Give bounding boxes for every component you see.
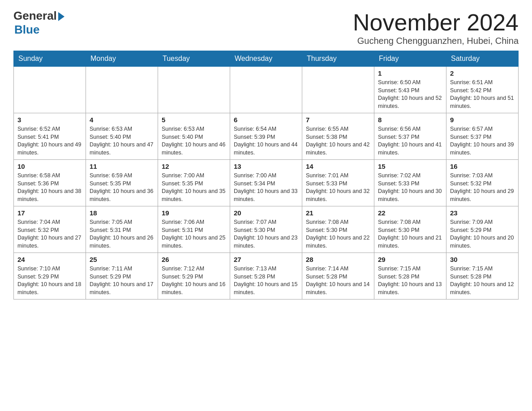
calendar-cell: [14, 67, 86, 113]
day-number: 17: [17, 209, 82, 217]
day-info: Sunrise: 7:10 AMSunset: 5:29 PMDaylight:…: [17, 265, 82, 296]
day-info: Sunrise: 7:04 AMSunset: 5:32 PMDaylight:…: [17, 218, 82, 250]
calendar-cell: 26Sunrise: 7:12 AMSunset: 5:29 PMDayligh…: [158, 253, 230, 300]
day-number: 30: [450, 256, 515, 263]
day-info: Sunrise: 7:08 AMSunset: 5:30 PMDaylight:…: [306, 218, 370, 250]
day-number: 25: [90, 256, 154, 263]
day-number: 28: [306, 256, 370, 263]
day-info: Sunrise: 7:15 AMSunset: 5:28 PMDaylight:…: [450, 265, 515, 296]
calendar-cell: [86, 67, 158, 113]
calendar-cell: 2Sunrise: 6:51 AMSunset: 5:42 PMDaylight…: [446, 67, 519, 113]
calendar-cell: 15Sunrise: 7:02 AMSunset: 5:33 PMDayligh…: [374, 160, 446, 206]
page-header: General Blue November 2024 Gucheng Cheng…: [13, 9, 519, 46]
day-info: Sunrise: 7:15 AMSunset: 5:28 PMDaylight:…: [378, 265, 442, 296]
day-info: Sunrise: 6:54 AMSunset: 5:39 PMDaylight:…: [234, 125, 298, 157]
week-row-5: 24Sunrise: 7:10 AMSunset: 5:29 PMDayligh…: [14, 253, 519, 300]
calendar-cell: 4Sunrise: 6:53 AMSunset: 5:40 PMDaylight…: [86, 113, 158, 160]
calendar-cell: 24Sunrise: 7:10 AMSunset: 5:29 PMDayligh…: [14, 253, 86, 300]
day-info: Sunrise: 7:08 AMSunset: 5:30 PMDaylight:…: [378, 218, 442, 250]
weekday-header-sunday: Sunday: [14, 51, 86, 67]
calendar-cell: 28Sunrise: 7:14 AMSunset: 5:28 PMDayligh…: [302, 253, 374, 300]
calendar-cell: 22Sunrise: 7:08 AMSunset: 5:30 PMDayligh…: [374, 206, 446, 253]
calendar-cell: 21Sunrise: 7:08 AMSunset: 5:30 PMDayligh…: [302, 206, 374, 253]
day-info: Sunrise: 7:11 AMSunset: 5:29 PMDaylight:…: [90, 265, 154, 296]
month-title: November 2024: [353, 9, 519, 36]
day-number: 14: [306, 163, 370, 170]
day-info: Sunrise: 7:00 AMSunset: 5:34 PMDaylight:…: [234, 172, 298, 203]
weekday-header-row: SundayMondayTuesdayWednesdayThursdayFrid…: [14, 51, 519, 67]
calendar-cell: 11Sunrise: 6:59 AMSunset: 5:35 PMDayligh…: [86, 160, 158, 206]
calendar-cell: 27Sunrise: 7:13 AMSunset: 5:28 PMDayligh…: [230, 253, 302, 300]
day-info: Sunrise: 7:12 AMSunset: 5:29 PMDaylight:…: [162, 265, 226, 296]
day-number: 27: [234, 256, 298, 263]
calendar-cell: 30Sunrise: 7:15 AMSunset: 5:28 PMDayligh…: [446, 253, 519, 300]
calendar-cell: 9Sunrise: 6:57 AMSunset: 5:37 PMDaylight…: [446, 113, 519, 160]
day-number: 11: [90, 163, 154, 170]
calendar-cell: 10Sunrise: 6:58 AMSunset: 5:36 PMDayligh…: [14, 160, 86, 206]
day-number: 4: [90, 116, 154, 124]
calendar-cell: 19Sunrise: 7:06 AMSunset: 5:31 PMDayligh…: [158, 206, 230, 253]
week-row-2: 3Sunrise: 6:52 AMSunset: 5:41 PMDaylight…: [14, 113, 519, 160]
day-info: Sunrise: 6:53 AMSunset: 5:40 PMDaylight:…: [90, 125, 154, 157]
day-number: 24: [17, 256, 82, 263]
day-number: 6: [234, 116, 298, 124]
calendar-cell: [302, 67, 374, 113]
logo-arrow-icon: [58, 12, 64, 21]
day-number: 3: [17, 116, 82, 124]
weekday-header-tuesday: Tuesday: [158, 51, 230, 67]
calendar-cell: 17Sunrise: 7:04 AMSunset: 5:32 PMDayligh…: [14, 206, 86, 253]
weekday-header-friday: Friday: [374, 51, 446, 67]
day-info: Sunrise: 6:52 AMSunset: 5:41 PMDaylight:…: [17, 125, 82, 157]
day-info: Sunrise: 7:06 AMSunset: 5:31 PMDaylight:…: [162, 218, 226, 250]
title-area: November 2024 Gucheng Chengguanzhen, Hub…: [353, 9, 519, 46]
day-number: 13: [234, 163, 298, 170]
day-info: Sunrise: 7:13 AMSunset: 5:28 PMDaylight:…: [234, 265, 298, 296]
day-number: 19: [162, 209, 226, 217]
day-number: 9: [450, 116, 515, 124]
day-info: Sunrise: 7:02 AMSunset: 5:33 PMDaylight:…: [378, 172, 442, 203]
day-info: Sunrise: 6:56 AMSunset: 5:37 PMDaylight:…: [378, 125, 442, 157]
day-number: 7: [306, 116, 370, 124]
calendar-table: SundayMondayTuesdayWednesdayThursdayFrid…: [13, 51, 519, 300]
calendar-cell: 20Sunrise: 7:07 AMSunset: 5:30 PMDayligh…: [230, 206, 302, 253]
logo: General Blue: [13, 9, 64, 37]
weekday-header-thursday: Thursday: [302, 51, 374, 67]
day-number: 29: [378, 256, 442, 263]
day-number: 2: [450, 69, 515, 77]
day-number: 22: [378, 209, 442, 217]
day-number: 5: [162, 116, 226, 124]
day-number: 1: [378, 69, 442, 77]
calendar-cell: 29Sunrise: 7:15 AMSunset: 5:28 PMDayligh…: [374, 253, 446, 300]
day-info: Sunrise: 6:57 AMSunset: 5:37 PMDaylight:…: [450, 125, 515, 157]
day-number: 16: [450, 163, 515, 170]
day-info: Sunrise: 7:01 AMSunset: 5:33 PMDaylight:…: [306, 172, 370, 203]
day-info: Sunrise: 7:09 AMSunset: 5:29 PMDaylight:…: [450, 218, 515, 250]
calendar-cell: 5Sunrise: 6:53 AMSunset: 5:40 PMDaylight…: [158, 113, 230, 160]
location-text: Gucheng Chengguanzhen, Hubei, China: [353, 36, 519, 46]
calendar-cell: 23Sunrise: 7:09 AMSunset: 5:29 PMDayligh…: [446, 206, 519, 253]
day-info: Sunrise: 7:07 AMSunset: 5:30 PMDaylight:…: [234, 218, 298, 250]
calendar-cell: 8Sunrise: 6:56 AMSunset: 5:37 PMDaylight…: [374, 113, 446, 160]
weekday-header-saturday: Saturday: [446, 51, 519, 67]
week-row-3: 10Sunrise: 6:58 AMSunset: 5:36 PMDayligh…: [14, 160, 519, 206]
calendar-header: SundayMondayTuesdayWednesdayThursdayFrid…: [14, 51, 519, 67]
day-info: Sunrise: 6:51 AMSunset: 5:42 PMDaylight:…: [450, 79, 515, 110]
calendar-cell: 6Sunrise: 6:54 AMSunset: 5:39 PMDaylight…: [230, 113, 302, 160]
calendar-cell: 16Sunrise: 7:03 AMSunset: 5:32 PMDayligh…: [446, 160, 519, 206]
calendar-cell: 3Sunrise: 6:52 AMSunset: 5:41 PMDaylight…: [14, 113, 86, 160]
week-row-1: 1Sunrise: 6:50 AMSunset: 5:43 PMDaylight…: [14, 67, 519, 113]
day-info: Sunrise: 7:05 AMSunset: 5:31 PMDaylight:…: [90, 218, 154, 250]
calendar-cell: 18Sunrise: 7:05 AMSunset: 5:31 PMDayligh…: [86, 206, 158, 253]
weekday-header-monday: Monday: [86, 51, 158, 67]
day-number: 21: [306, 209, 370, 217]
calendar-cell: 1Sunrise: 6:50 AMSunset: 5:43 PMDaylight…: [374, 67, 446, 113]
day-info: Sunrise: 6:55 AMSunset: 5:38 PMDaylight:…: [306, 125, 370, 157]
logo-blue-text: Blue: [14, 23, 39, 37]
calendar-cell: 14Sunrise: 7:01 AMSunset: 5:33 PMDayligh…: [302, 160, 374, 206]
day-number: 10: [17, 163, 82, 170]
day-number: 18: [90, 209, 154, 217]
calendar-cell: [158, 67, 230, 113]
day-info: Sunrise: 6:53 AMSunset: 5:40 PMDaylight:…: [162, 125, 226, 157]
day-info: Sunrise: 7:00 AMSunset: 5:35 PMDaylight:…: [162, 172, 226, 203]
day-number: 23: [450, 209, 515, 217]
